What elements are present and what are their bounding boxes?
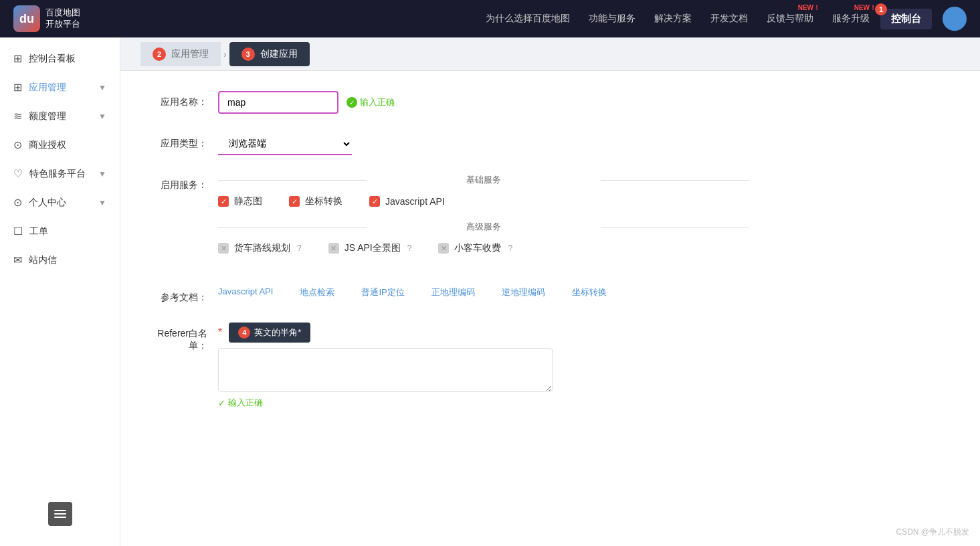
sidebar-item-dashboard-label: 控制台看板: [29, 53, 76, 65]
docs-label: 参考文档：: [147, 286, 207, 304]
services-row: 启用服务： 基础服务 ✓ 静态图 ✓ 坐标转换: [147, 174, 749, 268]
quota-arrow: ▼: [98, 112, 106, 121]
nav-upgrade[interactable]: NEW！ 服务升级: [832, 13, 870, 25]
step-app-management-label: 应用管理: [171, 48, 209, 60]
service-javascript-api[interactable]: ✓ Javascript API: [369, 195, 445, 207]
js-api-pano-help[interactable]: ?: [407, 244, 412, 253]
step-create-app[interactable]: 3 创建应用: [229, 42, 310, 66]
service-coord-convert[interactable]: ✓ 坐标转换: [289, 195, 342, 207]
dashboard-icon: ⊞: [13, 52, 22, 65]
special-arrow: ▼: [98, 169, 106, 179]
sidebar-item-tickets-label: 工单: [29, 225, 48, 238]
step-app-management[interactable]: 2 应用管理: [140, 42, 221, 66]
docs-row: 参考文档： Javascript API 地点检索 普通IP定位 正地理编码 逆…: [147, 286, 749, 304]
sidebar-item-tickets[interactable]: ☐ 工单: [0, 217, 120, 246]
coord-convert-label: 坐标转换: [305, 195, 342, 207]
referer-label: Referer白名单：: [147, 323, 207, 352]
nav-why[interactable]: 为什么选择百度地图: [486, 13, 570, 25]
personal-icon: ⊙: [13, 196, 22, 209]
service-static-map[interactable]: ✓ 静态图: [218, 195, 262, 207]
form-section: 应用名称： ✓ 输入正确 应用类型： 浏览器端: [147, 91, 749, 409]
sidebar-item-quota[interactable]: ≋ 额度管理 ▼: [0, 102, 120, 130]
car-fee-help[interactable]: ?: [508, 244, 512, 253]
truck-route-checkbox[interactable]: ✕: [218, 243, 229, 254]
sidebar-item-personal-label: 个人中心: [29, 197, 66, 209]
watermark: CSDN @争儿不脱发: [896, 527, 969, 538]
sidebar-item-dashboard[interactable]: ⊞ 控制台看板: [0, 44, 120, 73]
menu-line-3: [54, 517, 66, 518]
doc-javascript-api[interactable]: Javascript API: [218, 286, 273, 298]
sidebar-item-messages[interactable]: ✉ 站内信: [0, 246, 120, 274]
doc-reverse-geocoding[interactable]: 逆地理编码: [502, 286, 545, 298]
advanced-services-grid: ✕ 货车路线规划 ? ✕ JS API全景图 ? ✕ 小: [218, 242, 749, 254]
docs-links-area: Javascript API 地点检索 普通IP定位 正地理编码 逆地理编码 坐…: [218, 286, 607, 298]
referer-check-icon: ✓: [218, 398, 225, 408]
console-badge: 1: [875, 3, 887, 15]
nav-feedback[interactable]: NEW！ 反馈与帮助: [767, 13, 813, 25]
messages-icon: ✉: [13, 254, 22, 266]
user-avatar[interactable]: [943, 7, 967, 31]
app-management-icon: ⊞: [13, 81, 22, 94]
app-name-label: 应用名称：: [147, 91, 207, 108]
logo: du 百度地图 开放平台: [13, 5, 80, 32]
coord-convert-checkbox[interactable]: ✓: [289, 196, 300, 207]
static-map-label: 静态图: [234, 195, 262, 207]
car-fee-checkbox[interactable]: ✕: [438, 243, 449, 254]
sidebar-item-special[interactable]: ♡ 特色服务平台 ▼: [0, 159, 120, 188]
service-truck-route[interactable]: ✕ 货车路线规划 ?: [218, 242, 302, 254]
commercial-icon: ⊙: [13, 139, 22, 151]
doc-coord-convert[interactable]: 坐标转换: [572, 286, 607, 298]
sidebar-item-app-management[interactable]: ⊞ 应用管理 ▼: [0, 73, 120, 102]
app-name-check-icon: ✓: [347, 97, 357, 108]
nav-dev-docs[interactable]: 开发文档: [710, 13, 748, 25]
main-wrapper: 2 应用管理 › 3 创建应用 应用名称： ✓: [120, 37, 980, 546]
advanced-services-title: 高级服务: [218, 221, 749, 233]
javascript-api-label: Javascript API: [385, 196, 445, 207]
doc-geocoding[interactable]: 正地理编码: [431, 286, 475, 298]
service-car-fee[interactable]: ✕ 小客车收费 ?: [438, 242, 512, 254]
step-create-app-label: 创建应用: [260, 48, 298, 60]
feedback-new-badge: NEW！: [798, 3, 820, 13]
top-nav: du 百度地图 开放平台 为什么选择百度地图 功能与服务 解决方案 开发文档 N…: [0, 0, 980, 37]
services-label: 启用服务：: [147, 174, 207, 191]
sidebar-bottom: [0, 495, 120, 533]
truck-route-label: 货车路线规划: [234, 242, 290, 254]
control-console-button[interactable]: 1 控制台: [880, 9, 932, 29]
tickets-icon: ☐: [13, 225, 23, 238]
javascript-api-checkbox[interactable]: ✓: [369, 196, 380, 207]
js-api-pano-checkbox[interactable]: ✕: [328, 243, 339, 254]
app-type-control: 浏览器端 Android SDK iOS SDK 服务端: [218, 132, 749, 155]
static-map-checkbox[interactable]: ✓: [218, 196, 229, 207]
nav-features[interactable]: 功能与服务: [589, 13, 635, 25]
sidebar-item-special-label: 特色服务平台: [29, 168, 86, 180]
nav-solutions[interactable]: 解决方案: [654, 13, 692, 25]
referer-star: *: [218, 327, 222, 339]
app-type-label: 应用类型：: [147, 132, 207, 150]
main-content: 应用名称： ✓ 输入正确 应用类型： 浏览器端: [120, 71, 980, 546]
sidebar-item-commercial[interactable]: ⊙ 商业授权: [0, 130, 120, 159]
truck-route-help[interactable]: ?: [297, 244, 302, 253]
special-icon: ♡: [13, 167, 23, 180]
referer-tooltip-text: 英文的半角*: [254, 327, 301, 339]
app-type-row: 应用类型： 浏览器端 Android SDK iOS SDK 服务端: [147, 132, 749, 155]
doc-ip-locate[interactable]: 普通IP定位: [361, 286, 404, 298]
referer-tooltip-box: 4 英文的半角*: [229, 323, 310, 343]
doc-place-search[interactable]: 地点检索: [300, 286, 334, 298]
app-name-input[interactable]: [218, 91, 338, 114]
sidebar-item-messages-label: 站内信: [29, 254, 57, 266]
sidebar-item-personal[interactable]: ⊙ 个人中心 ▼: [0, 188, 120, 217]
personal-arrow: ▼: [98, 198, 106, 207]
services-area: 基础服务 ✓ 静态图 ✓ 坐标转换 ✓: [218, 174, 749, 268]
referer-area: * 4 英文的半角* ✓ 输入正确: [218, 323, 749, 409]
referer-valid-text: 输入正确: [228, 397, 263, 409]
quota-icon: ≋: [13, 110, 22, 122]
service-js-api-pano[interactable]: ✕ JS API全景图 ?: [328, 242, 412, 254]
app-name-control: ✓ 输入正确: [218, 91, 749, 114]
tooltip-badge-4: 4: [238, 327, 250, 339]
app-name-valid-text: 输入正确: [360, 96, 395, 108]
app-type-select[interactable]: 浏览器端 Android SDK iOS SDK 服务端: [218, 132, 352, 155]
referer-input[interactable]: [218, 348, 553, 392]
collapse-menu-button[interactable]: [48, 502, 72, 526]
step-badge-2: 2: [153, 48, 166, 61]
menu-line-2: [54, 513, 66, 515]
